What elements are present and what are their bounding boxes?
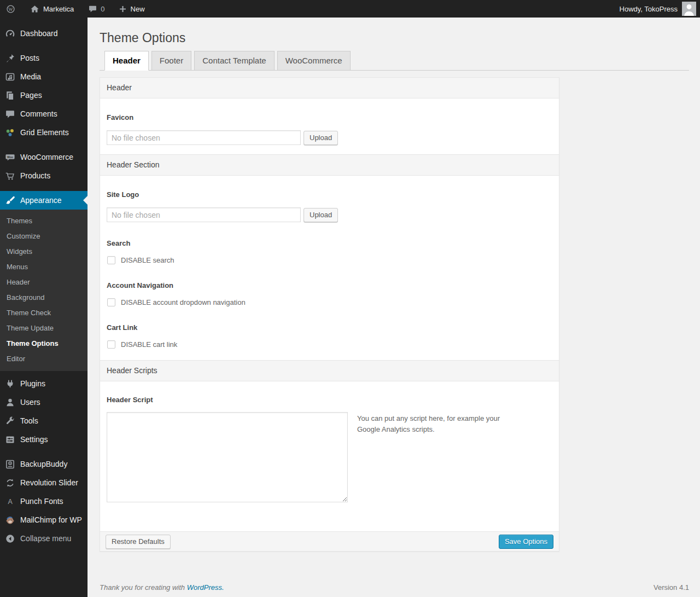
disable-cart-link-checkbox-label[interactable]: DISABLE cart link <box>121 340 177 349</box>
header-script-label: Header Script <box>107 381 552 404</box>
favicon-label: Favicon <box>107 98 552 121</box>
favicon-file-input[interactable] <box>107 130 301 145</box>
refresh-icon <box>4 477 15 488</box>
restore-defaults-button[interactable]: Restore Defaults <box>106 535 171 549</box>
sidebar-item-dashboard[interactable]: Dashboard <box>0 24 88 43</box>
pages-icon <box>4 90 15 101</box>
sidebar-item-plugins[interactable]: Plugins <box>0 374 88 393</box>
submenu-item-customize[interactable]: Customize <box>0 229 88 244</box>
submenu-item-theme-options[interactable]: Theme Options <box>0 336 88 351</box>
woocommerce-icon: Woo <box>4 152 15 163</box>
submenu-item-theme-update[interactable]: Theme Update <box>0 321 88 336</box>
submenu-item-header[interactable]: Header <box>0 275 88 290</box>
svg-text:A: A <box>8 497 13 505</box>
letter-a-icon: A <box>4 496 15 507</box>
site-logo-label: Site Logo <box>107 176 552 199</box>
section-body-header-scripts: Header Script You can put any script her… <box>100 381 559 531</box>
sidebar-item-grid-elements[interactable]: Grid Elements <box>0 123 88 142</box>
site-logo-upload-button[interactable]: Upload <box>304 208 338 222</box>
submenu-item-editor[interactable]: Editor <box>0 351 88 367</box>
sidebar-item-label: BackupBuddy <box>20 460 67 468</box>
collapse-menu-button[interactable]: Collapse menu <box>0 529 88 548</box>
grid-elements-icon <box>4 127 15 138</box>
sidebar-item-posts[interactable]: Posts <box>0 49 88 67</box>
disable-search-checkbox[interactable] <box>107 256 115 264</box>
submenu-item-menus[interactable]: Menus <box>0 259 88 275</box>
collapse-arrow-icon <box>4 533 15 544</box>
settings-icon <box>4 434 15 445</box>
section-body-header-section: Site Logo Upload Search DISABLE search A… <box>100 176 559 360</box>
paintbrush-icon <box>4 195 15 206</box>
my-account-menu[interactable]: Howdy, TokoPress <box>620 0 700 18</box>
sidebar-item-tools[interactable]: Tools <box>0 411 88 430</box>
menu-separator <box>0 142 88 148</box>
save-options-button[interactable]: Save Options <box>499 535 553 549</box>
mailchimp-monkey-icon <box>4 514 15 525</box>
sidebar-item-label: Settings <box>20 435 48 444</box>
wordpress-logo-menu[interactable]: W <box>0 0 21 18</box>
sidebar-item-label: Grid Elements <box>20 128 69 137</box>
header-script-textarea[interactable] <box>107 412 348 502</box>
sidebar-item-revolution-slider[interactable]: Revolution Slider <box>0 473 88 492</box>
submenu-item-theme-check[interactable]: Theme Check <box>0 305 88 321</box>
footer-thanks-prefix: Thank you for creating with <box>100 583 187 592</box>
sidebar-item-products[interactable]: Products <box>0 166 88 185</box>
comments-icon <box>4 108 15 119</box>
submenu-item-widgets[interactable]: Widgets <box>0 244 88 259</box>
wordpress-logo-icon: W <box>6 4 15 14</box>
sidebar-item-comments[interactable]: Comments <box>0 105 88 123</box>
favicon-upload-button[interactable]: Upload <box>304 131 338 145</box>
site-logo-file-input[interactable] <box>107 207 301 222</box>
disable-search-checkbox-label[interactable]: DISABLE search <box>121 256 174 264</box>
sidebar-item-appearance[interactable]: Appearance <box>0 191 88 210</box>
sidebar-item-label: WooCommerce <box>20 153 73 161</box>
sidebar-item-label: Dashboard <box>20 29 58 38</box>
tab-contact-template[interactable]: Contact Template <box>194 51 274 71</box>
submenu-item-background[interactable]: Background <box>0 290 88 305</box>
search-label: Search <box>107 222 552 247</box>
sidebar-item-label: Appearance <box>20 196 62 205</box>
sidebar-item-label: Products <box>20 171 50 180</box>
new-content-menu[interactable]: New <box>113 0 150 18</box>
section-heading-header-section: Header Section <box>100 154 559 176</box>
svg-text:Woo: Woo <box>7 155 13 158</box>
tab-header[interactable]: Header <box>104 51 149 71</box>
sidebar-item-woocommerce[interactable]: Woo WooCommerce <box>0 148 88 166</box>
tab-footer[interactable]: Footer <box>151 51 191 71</box>
sidebar-item-label: Pages <box>20 91 42 100</box>
sidebar-item-mailchimp[interactable]: MailChimp for WP <box>0 511 88 529</box>
sidebar-item-users[interactable]: Users <box>0 393 88 411</box>
sidebar-item-pages[interactable]: Pages <box>0 86 88 105</box>
footer-thanks-text: Thank you for creating with WordPress. <box>100 583 224 592</box>
theme-options-panel: Header Favicon Upload Header Section Sit… <box>100 77 559 552</box>
admin-footer: Thank you for creating with WordPress. V… <box>100 583 689 592</box>
sidebar-item-punch-fonts[interactable]: A Punch Fonts <box>0 492 88 511</box>
wordpress-link[interactable]: WordPress. <box>187 583 224 592</box>
footer-version: Version 4.1 <box>654 583 689 592</box>
disable-cart-link-checkbox[interactable] <box>107 340 115 349</box>
home-icon <box>30 4 39 14</box>
submenu-item-themes[interactable]: Themes <box>0 213 88 229</box>
new-label: New <box>131 5 145 13</box>
sidebar-item-media[interactable]: Media <box>0 67 88 86</box>
section-heading-header-scripts: Header Scripts <box>100 360 559 381</box>
tab-woocommerce[interactable]: WooCommerce <box>277 51 351 71</box>
cart-link-label: Cart Link <box>107 306 552 332</box>
dashboard-icon <box>4 28 15 39</box>
sidebar-item-settings[interactable]: Settings <box>0 430 88 449</box>
user-avatar <box>682 2 696 16</box>
sidebar-item-backupbuddy[interactable]: BackupBuddy <box>0 455 88 473</box>
comments-shortcut[interactable]: 0 <box>83 0 110 18</box>
admin-bar: W Marketica 0 New Howdy, TokoPress <box>0 0 700 18</box>
disable-account-nav-checkbox[interactable] <box>107 298 115 306</box>
media-icon <box>4 71 15 82</box>
appearance-submenu: Themes Customize Widgets Menus Header Ba… <box>0 210 88 371</box>
menu-separator <box>0 449 88 455</box>
sidebar-item-label: Plugins <box>20 379 45 388</box>
visit-site-link[interactable]: Marketica <box>25 0 79 18</box>
sidebar-item-label: Revolution Slider <box>20 478 78 487</box>
disable-account-nav-checkbox-label[interactable]: DISABLE account dropdown navigation <box>121 298 246 306</box>
current-menu-arrow <box>83 196 88 205</box>
comment-count: 0 <box>101 5 104 13</box>
section-body-header: Favicon Upload <box>100 98 559 154</box>
